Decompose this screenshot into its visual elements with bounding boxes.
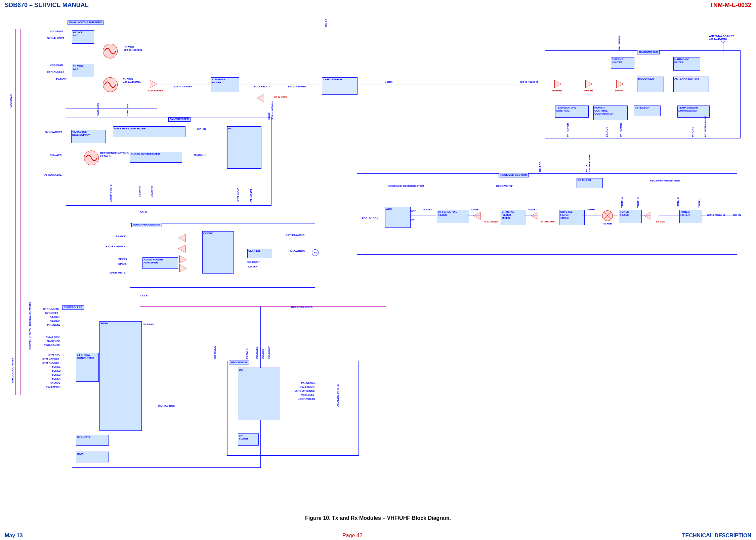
lbl-pa-tempsense: PA-TEMPSENSE: [294, 390, 315, 393]
lbl-syn-alcset-2: SYN-ALCSET: [47, 71, 64, 74]
lbl-ctrl-tune2: TUNE2: [52, 370, 60, 373]
block-diff: DIFFERENTIAL FILTER: [437, 210, 469, 223]
lbl-mic-circle: M1: [312, 249, 319, 256]
lbl-tune3: TUNE_3: [637, 197, 640, 208]
lbl-co-dout: CO-DOUT: [247, 261, 260, 264]
lbl-vco-buffer: VCO BUFFER: [148, 89, 163, 92]
lbl-clock-data: CLOCK-DATA: [44, 174, 62, 177]
lbl-dclk: DCLK: [140, 211, 147, 214]
lbl-vco-bias-1: VCO-BIAS: [50, 30, 63, 33]
lbl-ain-p: AIN+: [410, 210, 416, 213]
block-dac14: 14 CH D/A CONVERTER: [76, 353, 99, 382]
region-synth-title: SYNTHESISER: [168, 117, 191, 122]
osc-ref: [84, 151, 99, 165]
lbl-ctrl-spkr-mute: SPKR-MUTE: [43, 308, 59, 311]
lbl-pa-txmon2: PA-TXMON: [620, 123, 623, 137]
block-harmonic: HARMONIC FILTER: [673, 57, 700, 71]
block-tempctrl: TEMPERATURE CONTROL: [555, 106, 589, 118]
lbl-syn-afc: SYN-AFC: [50, 154, 62, 157]
lbl-co-data: CO-DATA: [256, 347, 259, 359]
lbl-syn-varset: SYN-VARSET: [45, 131, 62, 134]
block-curr-limiter: CURENT LIMITER: [611, 57, 634, 69]
lbl-loop-volts: LOOP-VOLTS: [110, 184, 113, 202]
region-rx-title: RECEIVER SECTION: [499, 173, 529, 177]
lbl-vco-rfout: VCO-RFOUT: [254, 85, 270, 88]
region-audio-title: AUDIO PROCESSING: [131, 223, 162, 227]
lbl-var-bias: VAR-BIAS: [97, 103, 100, 116]
block-security: SECURITY: [76, 435, 109, 446]
lbl-co-din2: CO-DIN: [262, 349, 265, 359]
lbl-pa-txmon: PA-TXMON: [300, 386, 314, 389]
block-tuned3: TUNED FILTER: [619, 210, 642, 223]
region-tx-title: TRANSMITTER: [637, 50, 660, 54]
lbl-pll-data: PLL-DATA: [250, 189, 253, 202]
lbl-dclk2: DCLK: [140, 294, 148, 297]
page-header: SDB670 – SERVICE MANUAL TNM-M-E-0032: [0, 0, 756, 11]
lbl-vco-bias-left: VCO-BIAS: [10, 94, 13, 108]
footer-right: TECHNICAL DESCRIPTION: [682, 533, 751, 539]
block-varactor: VARACTOR BIAS SUPPLY: [71, 130, 106, 143]
lbl-rx-agc: RX-AGC: [539, 161, 542, 172]
lbl-pa-txpwr: PA-TXPWR: [566, 123, 570, 137]
lbl-216a: 21.6MHz: [138, 186, 141, 197]
lbl-adc-driver: ADC DRIVER: [484, 220, 499, 223]
lbl-ctrl-tune3: TUNE3: [52, 374, 60, 377]
lbl-mic-audio: MIC-AUDIO: [290, 250, 305, 253]
lbl-rx-lo: RX-LO 390 to 475MHz: [585, 154, 591, 172]
lbl-rx-tx: RX-TX: [325, 19, 328, 27]
block-clock-synth: CLOCK SYNTHESIZER: [130, 152, 182, 163]
lbl-buffer: BUFFER: [552, 89, 562, 92]
lbl-cpp-in: CPP-IN: [197, 128, 206, 131]
block-rx-vco-alc: RX VCO ALC: [72, 30, 94, 44]
lbl-7dbm: 7dBm: [385, 81, 392, 84]
header-left: SDB670 – SERVICE MANUAL: [5, 2, 89, 9]
bus-left-3: [25, 29, 25, 395]
lbl-driver: DRIVER: [584, 89, 593, 92]
mixer-icon: [602, 210, 613, 221]
lbl-rx-demod: RECEIVER DEMODULATOR: [388, 185, 424, 188]
lbl-ant-socket: ANTENNA SOCKET 400 to 480MHz: [709, 35, 734, 41]
lbl-digital-outputs: DIGITAL OUTPUTS: [29, 302, 32, 326]
lbl-ctrl-synalcset: SYN-ALCSET: [42, 362, 59, 365]
block-pll: PLL: [227, 126, 261, 169]
lbl-rx-lna: RX-LNA: [656, 220, 665, 223]
block-dsp: DSP: [238, 368, 280, 420]
lbl-400-480-top: 400 to 480MHz: [519, 81, 538, 84]
lbl-tx-mod: TX-MOD: [116, 235, 126, 238]
lbl-pa-on1: PA-ON1: [691, 127, 695, 137]
lbl-216c: 21.6MHz: [246, 348, 249, 359]
lbl-mixer: MIXER: [603, 222, 612, 225]
region-controller-title: CONTROLLER: [62, 305, 84, 310]
lbl-analog-inputs: ANALOG INPUTS: [337, 384, 340, 407]
lbl-45b: 45MHz: [471, 208, 479, 211]
lbl-355-480-a: 355 to 480MHz: [173, 85, 192, 88]
lbl-co-din: CO-DIN: [248, 265, 257, 268]
lbl-45a: 45MHz: [423, 208, 432, 211]
bus-received-data: [386, 226, 386, 306]
lbl-vco-bias2: VCO-BIAS: [301, 394, 314, 397]
lbl-tune4: TUNE_4: [621, 197, 624, 208]
lbl-txvco: TX VCO 400 to 480MHz: [123, 78, 141, 84]
lbl-ctrl-paon1: PA-ON1: [50, 316, 60, 319]
lbl-ctrl-synvarset: SYN-VARSET: [42, 358, 59, 361]
block-xf1: CRYSTAL FILTER 45MHz: [501, 210, 526, 225]
lbl-ctrl-tune1: TUNE1: [52, 366, 60, 369]
lbl-pa-tempsense2: PA-TEMPSENSE: [704, 116, 707, 137]
lbl-digital-inputs: DIGITAL INPUTS: [29, 328, 32, 349]
lbl-syn-lock: SYN-LOCK: [237, 188, 240, 202]
lbl-ext-tx-audio: EXT-TX-AUDIO: [286, 234, 304, 237]
footer-center: Page 42: [342, 533, 363, 539]
lbl-co-dout2: CO-DOUT: [268, 346, 271, 359]
lbl-355-480-b: 355 to 480MHz: [288, 85, 306, 88]
lbl-tx-mod-left: TX-MOD: [56, 78, 67, 81]
lbl-digital-bus: DIGITAL BUS: [158, 405, 175, 408]
lbl-ctrl-synref2: SYN-REF2: [45, 312, 58, 315]
block-xf2: CRYSTAL FILTER 45MHz: [559, 210, 585, 225]
lbl-576: 57.6MHz: [143, 323, 154, 326]
lbl-tune2: TUNE_2: [677, 197, 680, 208]
lbl-tune1: TUNE_1: [698, 197, 701, 208]
region-processor-title: PROCESSOR: [229, 361, 249, 365]
lbl-ain-n: AIN-: [410, 218, 415, 221]
block-ant-switch: ANTENNA SWITCH: [673, 77, 709, 92]
osc-rx-vco: [103, 44, 118, 58]
